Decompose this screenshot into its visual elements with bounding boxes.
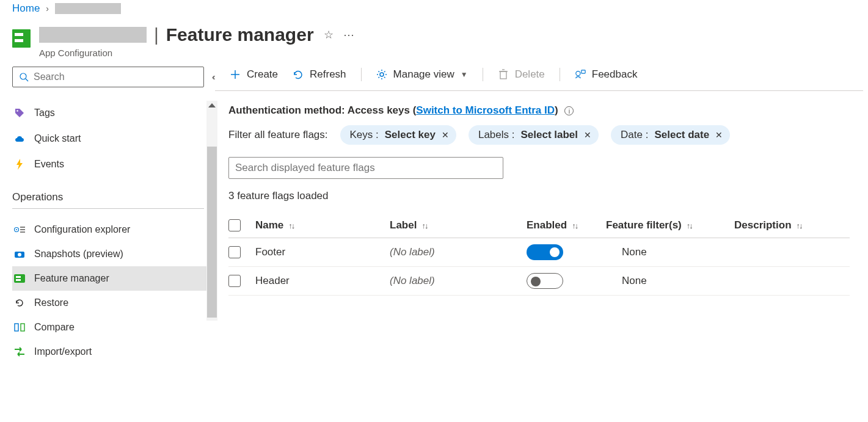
cmd-label: Feedback — [592, 68, 638, 81]
command-bar: Create Refresh Manage view ▼ Delete Feed… — [215, 67, 863, 91]
filter-date[interactable]: Date : Select date ✕ — [611, 125, 730, 145]
sidebar-item-label: Restore — [34, 297, 68, 308]
feature-flags-table: Name↑↓ Label↑↓ Enabled↑↓ Feature filter(… — [228, 213, 850, 296]
table-header: Name↑↓ Label↑↓ Enabled↑↓ Feature filter(… — [228, 213, 850, 238]
col-filters[interactable]: Feature filter(s)↑↓ — [606, 219, 734, 231]
svg-rect-22 — [582, 70, 585, 73]
close-icon[interactable]: ✕ — [584, 130, 591, 140]
table-row[interactable]: Header (No label) None — [228, 267, 850, 296]
sidebar-item-tags[interactable]: Tags — [12, 101, 214, 125]
svg-line-1 — [26, 79, 28, 81]
filter-keys[interactable]: Keys : Select key ✕ — [340, 125, 456, 145]
create-button[interactable]: Create — [230, 68, 278, 81]
svg-point-4 — [16, 229, 17, 230]
enabled-toggle[interactable] — [527, 273, 563, 289]
refresh-icon — [293, 69, 304, 80]
svg-rect-13 — [15, 324, 18, 331]
col-name[interactable]: Name↑↓ — [255, 219, 390, 231]
cmd-label: Create — [247, 68, 278, 81]
svg-rect-12 — [16, 279, 21, 281]
gear-icon — [376, 69, 387, 80]
enabled-toggle[interactable] — [527, 244, 563, 260]
title-separator: | — [154, 24, 159, 45]
sidebar-search-input[interactable] — [34, 71, 197, 82]
table-row[interactable]: Footer (No label) None — [228, 238, 850, 267]
row-label: (No label) — [390, 246, 527, 258]
row-filters: None — [606, 275, 734, 287]
breadcrumb-resource[interactable] — [55, 3, 121, 14]
import-export-icon — [13, 346, 26, 358]
filter-labels-value: Select label — [521, 129, 578, 141]
close-icon[interactable]: ✕ — [715, 130, 723, 140]
separator — [483, 68, 483, 81]
feature-flag-icon — [13, 272, 26, 285]
search-flags-input[interactable] — [228, 157, 503, 179]
svg-rect-11 — [16, 276, 21, 278]
page-subtitle: App Configuration — [39, 48, 354, 58]
manage-view-button[interactable]: Manage view ▼ — [376, 68, 468, 81]
sidebar-item-quickstart[interactable]: Quick start — [12, 126, 214, 151]
lightning-icon — [13, 158, 26, 170]
chevron-right-icon: › — [46, 4, 49, 13]
row-checkbox[interactable] — [228, 275, 241, 287]
filter-date-label: Date : — [621, 129, 648, 141]
svg-point-2 — [16, 110, 18, 112]
sidebar-item-config-explorer[interactable]: Configuration explorer — [12, 217, 214, 242]
app-configuration-icon — [12, 29, 31, 48]
row-label: (No label) — [390, 275, 527, 287]
sort-icon: ↑↓ — [421, 221, 427, 230]
sort-icon: ↑↓ — [288, 221, 294, 230]
page-title: | Feature manager — [39, 24, 314, 45]
auth-suffix: ) — [555, 104, 558, 116]
select-all-checkbox[interactable] — [228, 219, 241, 231]
gear-list-icon — [13, 224, 26, 236]
plus-icon — [230, 69, 241, 80]
svg-rect-18 — [500, 71, 506, 79]
resource-name-redacted — [39, 27, 147, 43]
info-icon[interactable]: i — [564, 106, 574, 115]
cmd-label: Refresh — [310, 68, 346, 81]
close-icon[interactable]: ✕ — [442, 130, 449, 140]
sidebar-item-label: Events — [34, 159, 64, 170]
breadcrumb-home[interactable]: Home — [12, 2, 40, 15]
col-enabled[interactable]: Enabled↑↓ — [527, 219, 606, 231]
switch-auth-link[interactable]: Switch to Microsoft Entra ID — [416, 104, 555, 116]
sidebar-item-events[interactable]: Events — [12, 152, 214, 176]
row-name: Header — [255, 275, 390, 287]
svg-point-9 — [18, 253, 21, 256]
row-checkbox[interactable] — [228, 246, 241, 258]
feedback-button[interactable]: Feedback — [575, 68, 638, 81]
col-label[interactable]: Label↑↓ — [390, 219, 527, 231]
main-content: Create Refresh Manage view ▼ Delete Feed… — [214, 67, 868, 403]
sidebar-item-import-export[interactable]: Import/export — [12, 340, 214, 364]
compare-icon — [13, 321, 26, 333]
sidebar-section-operations: Operations — [12, 191, 214, 203]
sidebar-item-label: Feature manager — [34, 273, 109, 284]
sidebar-item-compare[interactable]: Compare — [12, 315, 214, 340]
sidebar: ‹‹ Tags Quick start — [0, 67, 214, 403]
filter-keys-label: Keys : — [350, 129, 379, 141]
sidebar-search[interactable] — [12, 67, 204, 87]
cmd-label: Delete — [515, 68, 545, 81]
filter-row: Filter all feature flags: Keys : Select … — [228, 125, 850, 145]
sidebar-item-feature-manager[interactable]: Feature manager — [12, 266, 214, 291]
favorite-star-icon[interactable]: ☆ — [324, 28, 334, 42]
col-description[interactable]: Description↑↓ — [734, 219, 826, 231]
sidebar-item-snapshots[interactable]: Snapshots (preview) — [12, 242, 214, 266]
refresh-button[interactable]: Refresh — [293, 68, 346, 81]
feedback-icon — [575, 69, 586, 80]
count-line: 3 feature flags loaded — [228, 190, 850, 202]
filter-keys-value: Select key — [385, 129, 436, 141]
filter-labels[interactable]: Labels : Select label ✕ — [469, 125, 599, 145]
sidebar-item-restore[interactable]: Restore — [12, 291, 214, 315]
svg-point-21 — [576, 71, 580, 75]
filter-labels-label: Labels : — [478, 129, 515, 141]
delete-button: Delete — [498, 68, 545, 81]
filter-label: Filter all feature flags: — [228, 129, 328, 141]
restore-icon — [13, 297, 26, 309]
more-menu-icon[interactable]: ⋯ — [343, 28, 354, 42]
separator — [560, 68, 560, 81]
camera-icon — [13, 248, 26, 260]
svg-point-17 — [380, 73, 384, 76]
sort-icon: ↑↓ — [797, 221, 802, 230]
